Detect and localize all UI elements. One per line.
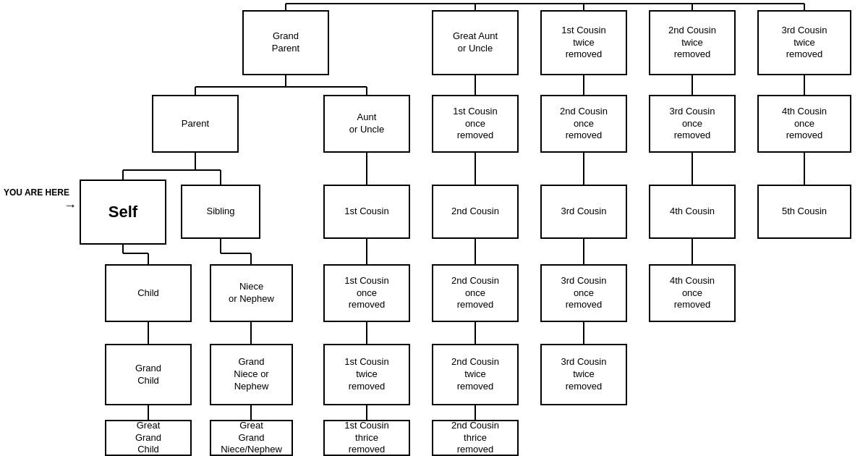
box-3rd-cousin-2r-top: 3rd Cousintwiceremoved xyxy=(757,10,851,75)
box-3rd-cousin-1r: 3rd Cousinonceremoved xyxy=(540,264,627,322)
box-1st-cousin-2r-top: 1st Cousintwiceremoved xyxy=(540,10,627,75)
box-3rd-cousin: 3rd Cousin xyxy=(540,185,627,239)
box-1st-cousin-1r: 1st Cousinonceremoved xyxy=(323,264,410,322)
box-child: Child xyxy=(105,264,192,322)
box-great-aunt-uncle: Great Auntor Uncle xyxy=(432,10,519,75)
box-2nd-cousin: 2nd Cousin xyxy=(432,185,519,239)
box-grandparent: GrandParent xyxy=(242,10,329,75)
box-aunt-uncle: Auntor Uncle xyxy=(323,95,410,153)
box-1st-cousin-1r-top: 1st Cousinonceremoved xyxy=(432,95,519,153)
box-niece-nephew: Nieceor Nephew xyxy=(210,264,293,322)
box-5th-cousin: 5th Cousin xyxy=(757,185,851,239)
box-2nd-cousin-3r: 2nd Cousinthriceremoved xyxy=(432,420,519,456)
box-grand-niece-nephew: GrandNiece orNephew xyxy=(210,344,293,405)
box-3rd-cousin-1r-top: 3rd Cousinonceremoved xyxy=(649,95,736,153)
box-sibling: Sibling xyxy=(181,185,260,239)
box-1st-cousin: 1st Cousin xyxy=(323,185,410,239)
box-self: Self xyxy=(80,180,166,245)
you-are-here-label: YOU ARE HERE xyxy=(4,187,69,199)
box-4th-cousin-1r-top: 4th Cousinonceremoved xyxy=(757,95,851,153)
box-grandchild: GrandChild xyxy=(105,344,192,405)
box-4th-cousin: 4th Cousin xyxy=(649,185,736,239)
box-great-grand-niece-nephew: GreatGrandNiece/Nephew xyxy=(210,420,293,456)
box-great-grandchild: GreatGrandChild xyxy=(105,420,192,456)
you-are-here-arrow: → xyxy=(64,198,77,214)
box-2nd-cousin-2r: 2nd Cousintwiceremoved xyxy=(432,344,519,405)
box-1st-cousin-3r: 1st Cousinthriceremoved xyxy=(323,420,410,456)
box-2nd-cousin-2r-top: 2nd Cousintwiceremoved xyxy=(649,10,736,75)
box-3rd-cousin-2r: 3rd Cousintwiceremoved xyxy=(540,344,627,405)
box-2nd-cousin-1r: 2nd Cousinonceremoved xyxy=(432,264,519,322)
box-parent: Parent xyxy=(152,95,239,153)
box-1st-cousin-2r: 1st Cousintwiceremoved xyxy=(323,344,410,405)
box-4th-cousin-1r: 4th Cousinonceremoved xyxy=(649,264,736,322)
box-2nd-cousin-1r-top: 2nd Cousinonceremoved xyxy=(540,95,627,153)
chart-container: YOU ARE HERE → GrandParentParentAuntor U… xyxy=(0,0,868,456)
